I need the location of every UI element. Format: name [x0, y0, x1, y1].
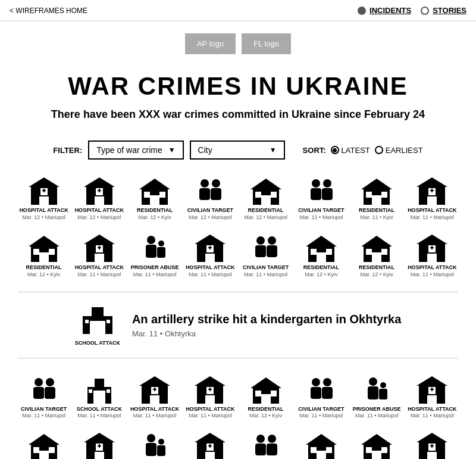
incident-item[interactable]: HOSPITAL ATTACK Mar. 12 • Mariupol — [18, 171, 70, 223]
svg-marker-98 — [139, 376, 170, 386]
hero-subtitle: There have been XXX war crimes committed… — [0, 107, 476, 123]
incident-item[interactable]: RESIDENTIAL Mar. 12 • Kyiv — [18, 427, 70, 459]
svg-rect-4 — [43, 189, 45, 192]
incident-item[interactable]: HOSPITAL ATTACK Mar. 11 • Mariupol — [406, 370, 458, 421]
svg-rect-152 — [255, 444, 266, 455]
incident-item[interactable]: RESIDENTIAL Mar. 12 • Kyiv — [18, 229, 70, 280]
incident-date-label: Mar. 11 • Mariupol — [133, 413, 177, 419]
incident-icon-hospital — [26, 174, 62, 205]
featured-type-label: SCHOOL ATTACK — [75, 340, 120, 346]
incident-item[interactable]: HOSPITAL ATTACK Mar. 11 • Mariupol — [406, 229, 458, 280]
svg-rect-170 — [427, 452, 437, 459]
incidents-nav[interactable]: INCIDENTS — [358, 6, 411, 15]
incident-item[interactable]: RESIDENTIAL Mar. 12 • Kyiv — [129, 171, 181, 223]
svg-rect-157 — [317, 451, 326, 459]
incident-item[interactable]: RESIDENTIAL Mar. 11 • Kyiv — [351, 171, 403, 223]
incident-type-label: HOSPITAL ATTACK — [75, 207, 124, 214]
svg-marker-58 — [195, 235, 226, 244]
incident-item[interactable]: RESIDENTIAL Mar. 12 • Kyiv — [295, 427, 347, 459]
svg-point-116 — [323, 378, 331, 386]
sort-section: SORT: LATEST EARLIEST — [303, 146, 423, 155]
svg-rect-94 — [93, 391, 105, 404]
incident-item[interactable]: HOSPITAL ATTACK Mar. 11 • Mariupol — [406, 171, 458, 223]
incident-type-label: HOSPITAL ATTACK — [186, 406, 235, 413]
incident-item[interactable]: HOSPITAL ATTACK Mar. 11 • Mariupol — [406, 427, 458, 459]
incident-item[interactable]: HOSPITAL ATTACK Mar. 11 • Mariupol — [73, 427, 125, 459]
svg-rect-102 — [150, 395, 159, 404]
back-link[interactable]: < WIREFRAMES HOME — [10, 7, 87, 15]
incident-type-label: RESIDENTIAL — [248, 406, 284, 413]
svg-rect-85 — [90, 321, 105, 334]
incident-type-label: CIVILIAN TARGET — [21, 406, 67, 413]
incident-item[interactable]: RESIDENTIAL Mar. 12 • Kyiv — [295, 229, 347, 280]
sort-earliest-radio[interactable] — [375, 146, 383, 154]
incident-item[interactable]: HOSPITAL ATTACK Mar. 11 • Mariupol — [73, 229, 125, 280]
incident-item[interactable]: CIVILIAN TARGET Mar. 11 • Mariupol — [240, 427, 292, 459]
incident-item[interactable]: RESIDENTIAL Mar. 12 • Kyiv — [240, 370, 292, 421]
incident-date-label: Mar. 11 • Mariupol — [411, 271, 454, 277]
incident-item[interactable]: SCHOOL ATTACK Mar. 11 • Mariupol — [73, 370, 125, 421]
sort-latest[interactable]: LATEST — [331, 146, 370, 155]
svg-rect-29 — [322, 188, 333, 200]
incident-icon-hospital — [414, 231, 450, 262]
incident-item[interactable]: CIVILIAN TARGET Mar. 11 • Mariupol — [240, 229, 292, 280]
sort-earliest[interactable]: EARLIEST — [375, 146, 423, 155]
incident-item[interactable]: PRISONER ABUSE Mar. 11 • Mariupol — [129, 427, 181, 459]
incident-type-label: HOSPITAL ATTACK — [408, 207, 457, 214]
svg-rect-16 — [159, 192, 165, 198]
incidents-grid-row3: CIVILIAN TARGET Mar. 11 • Mariupol SCHOO… — [0, 370, 476, 427]
incident-icon-residential — [248, 373, 284, 404]
incident-item[interactable]: CIVILIAN TARGET Mar. 11 • Mariupol — [295, 171, 347, 223]
incident-item[interactable]: PRISONER ABUSE Mar. 11 • Mariupol — [129, 229, 181, 280]
incident-item[interactable]: RESIDENTIAL Mar. 12 • Kyiv — [351, 229, 403, 280]
incident-item[interactable]: HOSPITAL ATTACK Mar. 11 • Mariupol — [129, 370, 181, 421]
svg-marker-42 — [29, 236, 60, 246]
incident-item[interactable]: RESIDENTIAL Mar. 12 • Mariupol — [240, 171, 292, 223]
svg-rect-71 — [326, 249, 332, 255]
svg-rect-74 — [372, 252, 381, 262]
svg-rect-131 — [39, 451, 49, 459]
incident-icon-residential — [26, 231, 62, 262]
incident-type-label: HOSPITAL ATTACK — [19, 207, 68, 214]
city-filter-arrow: ▼ — [270, 146, 277, 154]
svg-rect-139 — [95, 452, 104, 459]
svg-rect-44 — [33, 249, 39, 255]
type-filter-select[interactable]: Type of war crime ▼ — [88, 140, 183, 160]
incident-item[interactable]: CIVILIAN TARGET Mar. 11 • Mariupol — [18, 370, 70, 421]
featured-story[interactable]: SCHOOL ATTACK An artillery strike hit a … — [18, 292, 458, 358]
incident-type-label: SCHOOL ATTACK — [77, 406, 122, 413]
incident-icon-school — [82, 373, 117, 404]
incident-item[interactable]: CIVILIAN TARGET Mar. 12 • Mariupol — [184, 171, 236, 223]
incident-item[interactable]: HOSPITAL ATTACK Mar. 11 • Mariupol — [184, 370, 236, 421]
incident-item[interactable]: HOSPITAL ATTACK Mar. 12 • Mariupol — [73, 171, 125, 223]
incident-icon-civilian — [303, 174, 339, 205]
incident-item[interactable]: RESIDENTIAL Mar. 12 • Kyiv — [351, 427, 403, 459]
incident-item[interactable]: HOSPITAL ATTACK Mar. 11 • Mariupol — [184, 229, 236, 280]
svg-point-118 — [369, 377, 377, 386]
stories-nav[interactable]: STORIES — [421, 6, 466, 15]
svg-marker-110 — [250, 377, 281, 388]
city-filter-select[interactable]: City ▼ — [190, 140, 285, 160]
incident-item[interactable]: HOSPITAL ATTACK Mar. 11 • Mariupol — [184, 427, 236, 459]
incident-item[interactable]: CIVILIAN TARGET Mar. 11 • Mariupol — [295, 370, 347, 421]
svg-marker-135 — [84, 433, 115, 442]
incident-type-label: PRISONER ABUSE — [131, 264, 179, 271]
svg-rect-55 — [157, 247, 165, 258]
top-navigation: < WIREFRAMES HOME INCIDENTS STORIES — [0, 0, 476, 21]
svg-point-151 — [256, 435, 265, 443]
svg-marker-146 — [195, 433, 226, 442]
svg-rect-81 — [431, 246, 433, 249]
featured-headline: An artillery strike hit a kindergarten i… — [132, 311, 401, 327]
svg-rect-62 — [205, 254, 215, 262]
svg-marker-1 — [29, 177, 60, 187]
svg-marker-36 — [416, 177, 447, 187]
featured-icon-area: SCHOOL ATTACK — [75, 304, 120, 346]
incident-icon-prisoner — [137, 429, 173, 459]
svg-rect-141 — [146, 443, 156, 456]
svg-point-153 — [268, 435, 276, 443]
svg-rect-69 — [317, 252, 326, 262]
incident-date-label: Mar. 11 • Kyiv — [361, 214, 393, 220]
incident-item[interactable]: PRISONER ABUSE Mar. 11 • Mariupol — [351, 370, 403, 421]
sort-latest-radio[interactable] — [331, 146, 339, 154]
svg-rect-121 — [379, 389, 387, 399]
